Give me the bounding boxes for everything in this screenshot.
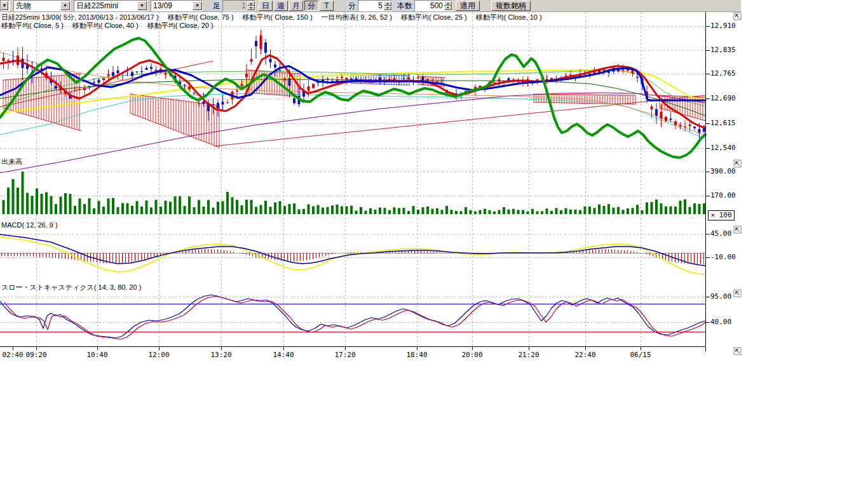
symbol-combobox[interactable]: 日経225mini ▼ xyxy=(74,0,147,11)
period-month-button[interactable]: 月 xyxy=(289,1,303,11)
market-combobox-value: 先物 xyxy=(14,1,60,10)
minute-label: 分 xyxy=(346,1,358,11)
panel-expand-icon[interactable] xyxy=(734,160,741,167)
indicator-header-line2: 移動平均( Close, 5 )移動平均( Close, 40 )移動平均( C… xyxy=(1,22,222,29)
volume-axis-label: 170.00 xyxy=(710,192,736,200)
indicator-label: 日経225mini 13/09( 5分, 2013/06/13 - 2013/0… xyxy=(1,13,159,21)
panel-expand-icon[interactable] xyxy=(734,13,741,20)
mini-combobox[interactable]: ▼ xyxy=(0,0,10,11)
time-axis-label: 13:20 xyxy=(210,351,231,359)
indicator-label: 移動平均( Close, 40 ) xyxy=(72,22,139,29)
bar-interval-spinner: 1 ▲▼ xyxy=(222,0,255,11)
stoch-panel-title: スロー・ストキャスティクス( 14, 3, 80, 20 ) xyxy=(1,283,141,291)
time-axis-label: 20:00 xyxy=(461,351,482,359)
panel-expand-icon[interactable] xyxy=(734,290,741,297)
time-axis-label: 21:20 xyxy=(518,351,539,359)
price-axis-label: 12,765 xyxy=(710,70,736,78)
apply-button[interactable]: 適用 xyxy=(456,1,480,11)
time-axis-label: 18:40 xyxy=(406,351,427,359)
bar-count-spinner[interactable]: 500 ▲▼ xyxy=(414,0,452,11)
indicator-label: 移動平均( Close, 25 ) xyxy=(401,13,467,21)
bar-type-label: 足 xyxy=(211,1,222,11)
time-axis-label: 02:40 xyxy=(2,351,23,359)
stoch-axis-label: 40.00 xyxy=(710,318,731,326)
indicator-label: 移動平均( Close, 5 ) xyxy=(1,22,64,29)
time-axis-label: 06/15 xyxy=(630,351,651,359)
minute-spinner-value: 5 xyxy=(358,1,384,10)
time-axis-label: 12:00 xyxy=(148,351,169,359)
time-axis-label: 09:20 xyxy=(25,351,46,359)
mini-dropdown-button[interactable]: ▼ xyxy=(1,1,8,10)
contract-month-combobox-value: 13/09 xyxy=(151,1,193,10)
period-week-button[interactable]: 週 xyxy=(274,1,288,11)
spinner-arrows-icon: ▲▼ xyxy=(247,1,255,10)
bar-count-label: 本数 xyxy=(395,1,414,11)
price-chart-svg[interactable] xyxy=(0,12,868,393)
time-axis-label: 17:20 xyxy=(334,351,355,359)
minute-spinner[interactable]: 5 ▲▼ xyxy=(358,0,392,11)
volume-scale-badge: × 100 xyxy=(708,210,735,220)
price-axis-label: 12,615 xyxy=(710,119,736,127)
time-axis-label: 10:40 xyxy=(86,351,107,359)
bar-count-spinner-value: 500 xyxy=(415,1,444,10)
panel-expand-icon[interactable] xyxy=(734,348,741,355)
price-axis-label: 12,835 xyxy=(710,46,736,54)
chart-region: 日経225mini 13/09( 5分, 2013/06/13 - 2013/0… xyxy=(0,12,868,393)
indicator-label: 移動平均( Close, 20 ) xyxy=(147,22,214,29)
time-axis-label: 22:40 xyxy=(574,351,595,359)
price-axis-label: 12,910 xyxy=(710,22,736,30)
macd-panel-title: MACD( 12, 26, 9 ) xyxy=(1,221,58,229)
volume-axis-label: 390.00 xyxy=(710,168,736,175)
contract-month-combobox[interactable]: 13/09 ▼ xyxy=(151,0,203,11)
multi-symbol-button[interactable]: 複数銘柄 xyxy=(491,1,531,11)
stoch-axis-label: 95.00 xyxy=(710,293,731,301)
price-axis-label: 12,690 xyxy=(710,95,736,102)
indicator-label: 移動平均( Close, 75 ) xyxy=(168,13,234,21)
indicator-label: 移動平均( Close, 150 ) xyxy=(243,13,313,21)
indicator-label: 移動平均( Close, 10 ) xyxy=(476,13,542,21)
chevron-down-icon[interactable]: ▼ xyxy=(60,1,70,10)
spinner-arrows-icon[interactable]: ▲▼ xyxy=(444,1,452,10)
symbol-combobox-value: 日経225mini xyxy=(74,1,137,10)
spinner-arrows-icon[interactable]: ▲▼ xyxy=(384,1,391,10)
bar-interval-value: 1 xyxy=(223,1,247,10)
indicator-label: 一目均衡表( 9, 26, 52 ) xyxy=(322,13,392,21)
time-axis-label: 14:40 xyxy=(273,351,294,359)
period-minute-button[interactable]: 分 xyxy=(304,1,318,11)
market-combobox[interactable]: 先物 ▼ xyxy=(13,0,71,11)
macd-axis-label: -10.00 xyxy=(710,254,736,261)
toolbar: ▼ 先物 ▼ 日経225mini ▼ 13/09 ▼ 足 1 ▲▼ 日 週 月 … xyxy=(0,0,741,12)
volume-panel-title: 出来高 xyxy=(1,158,22,165)
chevron-down-icon[interactable]: ▼ xyxy=(137,1,147,10)
macd-axis-label: 45.00 xyxy=(710,230,731,238)
chevron-down-icon[interactable]: ▼ xyxy=(193,1,202,10)
period-day-button[interactable]: 日 xyxy=(259,1,273,11)
period-tick-button[interactable]: T xyxy=(320,1,334,11)
price-axis-label: 12,540 xyxy=(710,144,736,152)
panel-expand-icon[interactable] xyxy=(734,226,741,233)
indicator-header-line1: 日経225mini 13/09( 5分, 2013/06/13 - 2013/0… xyxy=(1,13,551,21)
